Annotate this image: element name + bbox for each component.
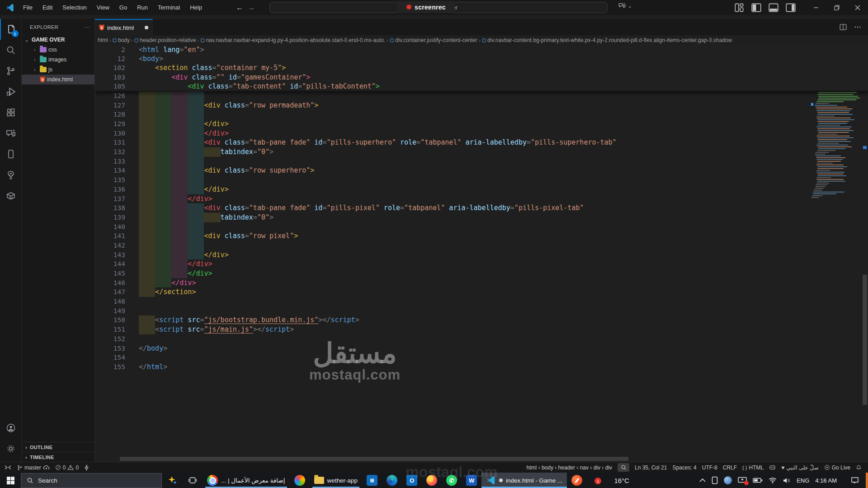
- breadcrumb-item[interactable]: ⬡header.position-relative: [134, 37, 196, 43]
- code-line-147[interactable]: 147</section>: [95, 287, 868, 297]
- folder-row-css[interactable]: › css: [22, 45, 94, 55]
- eol-status[interactable]: CRLF: [720, 465, 740, 471]
- taskbar-search-input[interactable]: Search: [21, 473, 162, 488]
- code-line-103[interactable]: 103<div class="" id="gamesContainer">: [95, 73, 868, 82]
- forward-arrow-icon[interactable]: →: [248, 4, 255, 12]
- task-view-button[interactable]: [183, 473, 203, 488]
- notification-app-button[interactable]: 1: [587, 473, 609, 488]
- notifications-bell[interactable]: [853, 465, 864, 471]
- zoom-status[interactable]: [618, 463, 629, 472]
- code-line-151[interactable]: 151<script src="js/main.js"></script>: [95, 325, 868, 334]
- code-line-150[interactable]: 150<script src="js/bootstrap.bundle.min.…: [95, 315, 868, 325]
- code-line-155[interactable]: 155</html>: [95, 362, 868, 372]
- action-center-icon[interactable]: [851, 477, 859, 484]
- outlook-button[interactable]: O: [402, 473, 422, 488]
- menu-item-go[interactable]: Go: [115, 3, 131, 12]
- timeline-section-header[interactable]: › TIMELINE: [22, 452, 94, 462]
- code-line-143[interactable]: 143</div>: [95, 250, 868, 260]
- code-line-135[interactable]: 135: [95, 175, 868, 185]
- code-line-146[interactable]: 146</div>: [95, 278, 868, 288]
- volume-icon[interactable]: [783, 477, 791, 484]
- toggle-secondary-sidebar-icon[interactable]: [784, 2, 797, 14]
- breadcrumb-item[interactable]: ⬡div.navbar-content.bg-primary.text-whit…: [481, 37, 732, 43]
- customize-layout-icon[interactable]: [732, 2, 746, 14]
- battery-icon[interactable]: [753, 478, 763, 483]
- vscode-window-button[interactable]: index.html - Game ...: [481, 473, 567, 488]
- code-editor[interactable]: 2<html lang="en">12<body>102<section cla…: [95, 45, 868, 462]
- encoding-status[interactable]: UTF-8: [699, 465, 720, 471]
- screen-share-icon[interactable]: [738, 477, 747, 484]
- minimize-button[interactable]: [806, 0, 826, 15]
- menu-item-help[interactable]: Help: [186, 3, 206, 12]
- code-line-131[interactable]: 131<div class="tab-pane fade" id="pills-…: [95, 138, 868, 147]
- breadcrumb-item[interactable]: ⬡body: [112, 37, 130, 43]
- menu-item-run[interactable]: Run: [133, 3, 152, 12]
- code-line-144[interactable]: 144</div>: [95, 259, 868, 269]
- breadcrumb-item[interactable]: ⬡div.container.justify-content-center: [390, 37, 477, 43]
- screenrec-app-button[interactable]: [567, 473, 587, 488]
- file-row-index-html[interactable]: 5 index.html: [22, 75, 94, 84]
- wifi-icon[interactable]: [769, 477, 777, 483]
- source-control-activity-icon[interactable]: [0, 61, 22, 81]
- split-editor-icon[interactable]: [839, 23, 847, 31]
- code-line-137[interactable]: 137</div>: [95, 194, 868, 204]
- extensions-activity-icon[interactable]: [0, 102, 22, 123]
- back-arrow-icon[interactable]: ←: [236, 4, 243, 12]
- whatsapp-button[interactable]: ✆: [442, 473, 462, 488]
- phone-link-icon[interactable]: [712, 476, 718, 484]
- menu-item-terminal[interactable]: Terminal: [154, 3, 184, 12]
- code-line-133[interactable]: 133: [95, 157, 868, 166]
- windows-copilot-button[interactable]: [162, 473, 183, 488]
- firefox-button[interactable]: [422, 473, 442, 488]
- indentation-status[interactable]: Spaces: 4: [670, 465, 699, 471]
- language-mode-status[interactable]: { }HTML: [740, 465, 766, 471]
- menu-item-file[interactable]: File: [19, 3, 37, 12]
- explorer-activity-icon[interactable]: 1: [0, 19, 22, 40]
- menu-item-selection[interactable]: Selection: [58, 3, 90, 12]
- code-line-138[interactable]: 138<div class="tab-pane fade" id="pills-…: [95, 203, 868, 213]
- code-line-105[interactable]: 105<div class="tab-content" id="pills-ta…: [95, 82, 868, 91]
- project-root-row[interactable]: ⌄ GAME OVER: [22, 35, 94, 45]
- onedrive-icon[interactable]: [724, 476, 732, 484]
- mobile-preview-activity-icon[interactable]: [0, 144, 22, 164]
- code-line-142[interactable]: 142: [95, 241, 868, 250]
- remote-indicator[interactable]: [2, 465, 14, 470]
- clock[interactable]: 4:16 AM: [815, 477, 837, 484]
- copilot-app-button[interactable]: [290, 473, 310, 488]
- code-line-136[interactable]: 136</div>: [95, 185, 868, 194]
- copilot-titlebar-button[interactable]: ⌄: [618, 2, 632, 10]
- tag-path-status[interactable]: html › body › header › nav › div › div: [524, 465, 615, 471]
- breadcrumb-item[interactable]: html: [98, 37, 108, 43]
- code-line-132[interactable]: 132tabindex="0">: [95, 147, 868, 157]
- search-activity-icon[interactable]: [0, 40, 22, 61]
- code-line-134[interactable]: 134<div class="row superhero">: [95, 166, 868, 175]
- code-line-152[interactable]: 152: [95, 334, 868, 344]
- more-actions-icon[interactable]: [854, 23, 862, 31]
- code-line-153[interactable]: 153</body>: [95, 344, 868, 353]
- input-language[interactable]: ENG: [797, 477, 809, 484]
- git-branch-status[interactable]: master: [14, 465, 52, 471]
- code-line-126[interactable]: 126: [95, 91, 868, 101]
- copilot-chat-activity-icon[interactable]: [0, 123, 22, 144]
- vertical-scrollbar-slider[interactable]: [863, 275, 867, 405]
- folder-row-js[interactable]: › js: [22, 65, 94, 75]
- outline-section-header[interactable]: › OUTLINE: [22, 442, 94, 452]
- word-button[interactable]: W: [462, 473, 481, 488]
- toggle-sidebar-icon[interactable]: [750, 2, 763, 14]
- cursor-position-status[interactable]: Ln 35, Col 21: [632, 465, 670, 471]
- chrome-window-button[interactable]: ... | إضافة معرض الأعمال: [203, 473, 290, 488]
- lightning-status[interactable]: [81, 465, 92, 471]
- toggle-panel-icon[interactable]: [767, 2, 780, 14]
- explorer-more-actions[interactable]: ···: [85, 24, 90, 30]
- horizontal-scrollbar-slider[interactable]: [120, 457, 628, 461]
- code-line-12[interactable]: 12<body>: [95, 54, 868, 63]
- blessing-status[interactable]: ♥صلّ على النبي: [778, 465, 821, 471]
- code-line-139[interactable]: 139tabindex="0">: [95, 213, 868, 222]
- settings-gear-icon[interactable]: [0, 438, 22, 459]
- code-line-127[interactable]: 127<div class="row permadeath">: [95, 101, 868, 110]
- code-line-2[interactable]: 2<html lang="en">: [95, 45, 868, 54]
- close-button[interactable]: [847, 0, 868, 15]
- menu-item-view[interactable]: View: [93, 3, 113, 12]
- breadcrumb-item[interactable]: ⬡nav.navbar.navbar-expand-lg.py-4.positi…: [200, 37, 385, 43]
- code-line-129[interactable]: 129</div>: [95, 119, 868, 129]
